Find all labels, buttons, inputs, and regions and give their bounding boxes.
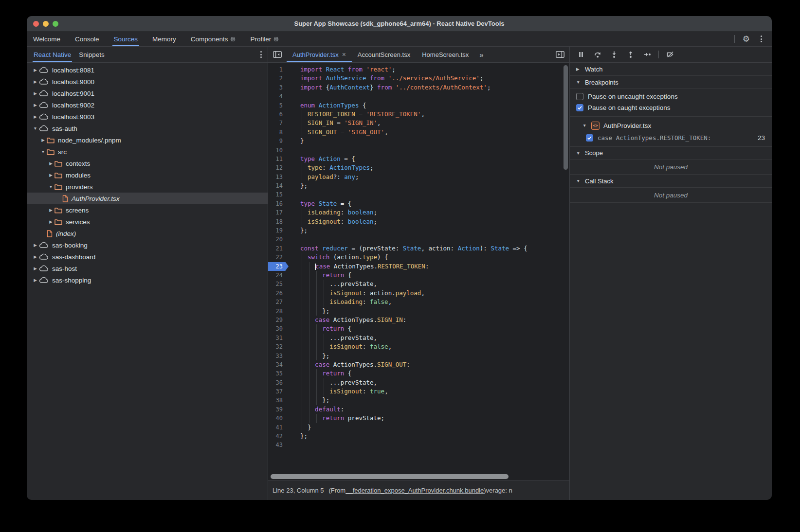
pause-caught-checkbox[interactable] (576, 104, 583, 111)
code-line[interactable]: 4 (268, 92, 569, 101)
line-number[interactable]: 33 (268, 352, 289, 360)
call-stack-section-header[interactable]: ▼ Call Stack (570, 175, 772, 188)
chevron-right-icon[interactable]: ▶ (32, 254, 39, 259)
line-number[interactable]: 39 (268, 405, 289, 414)
line-number[interactable]: 36 (268, 378, 289, 387)
watch-section-header[interactable]: ▶ Watch (570, 63, 772, 76)
chevron-right-icon[interactable]: ▶ (39, 138, 47, 142)
line-number[interactable]: 16 (268, 199, 289, 208)
code-line[interactable]: 19}; (268, 226, 569, 235)
code-line[interactable]: 6 RESTORE_TOKEN = 'RESTORE_TOKEN', (268, 110, 569, 119)
chevron-right-icon[interactable]: ▶ (32, 278, 39, 283)
code-line[interactable]: 10 (268, 146, 569, 155)
tree-item-screens[interactable]: ▶screens (27, 204, 268, 216)
editor-tab-homescreen.tsx[interactable]: HomeScreen.tsx (416, 47, 474, 62)
chevron-down-icon[interactable]: ▼ (39, 149, 47, 154)
code-line[interactable]: 21const reducer = (prevState: State, act… (268, 244, 569, 253)
pause-uncaught-checkbox[interactable] (576, 93, 583, 100)
line-number[interactable]: 9 (268, 137, 289, 145)
line-number[interactable]: 8 (268, 128, 289, 137)
line-number[interactable]: 34 (268, 360, 289, 369)
line-number[interactable]: 30 (268, 324, 289, 333)
chevron-right-icon[interactable]: ▶ (47, 219, 55, 224)
tree-item-localhost-8081[interactable]: ▶localhost:8081 (27, 64, 268, 76)
code-line[interactable]: 38 }; (268, 396, 569, 405)
chevron-right-icon[interactable]: ▶ (32, 114, 39, 119)
tree-item-localhost-9002[interactable]: ▶localhost:9002 (27, 99, 268, 111)
line-number[interactable]: 32 (268, 342, 289, 351)
tab-welcome[interactable]: Welcome (32, 32, 62, 46)
line-number[interactable]: 43 (268, 441, 289, 449)
tab-snippets[interactable]: Snippets (78, 47, 106, 62)
code-line[interactable]: 25 ...prevState, (268, 280, 569, 288)
code-line[interactable]: 23 case ActionTypes.RESTORE_TOKEN: (268, 262, 569, 271)
breakpoint-badge[interactable]: 23 (268, 262, 289, 271)
line-number[interactable]: 35 (268, 369, 289, 378)
line-number[interactable]: 31 (268, 334, 289, 342)
code-line[interactable]: 9} (268, 137, 569, 145)
code-line[interactable]: 12 type: ActionTypes; (268, 163, 569, 172)
chevron-down-icon[interactable]: ▼ (32, 126, 39, 131)
code-line[interactable]: 20 (268, 235, 569, 244)
horizontal-scrollbar[interactable] (271, 474, 509, 479)
code-line[interactable]: 7 SIGN_IN = 'SIGN_IN', (268, 119, 569, 127)
chevron-right-icon[interactable]: ▶ (32, 79, 39, 84)
chevron-right-icon[interactable]: ▶ (47, 173, 55, 177)
tree-item-localhost-9000[interactable]: ▶localhost:9000 (27, 76, 268, 88)
pause-icon[interactable] (576, 49, 586, 60)
tab-components[interactable]: Components (189, 32, 237, 46)
line-number[interactable]: 17 (268, 208, 289, 217)
tree-item-services[interactable]: ▶services (27, 216, 268, 228)
code-line[interactable]: 40 return prevState; (268, 414, 569, 423)
close-button[interactable] (33, 21, 39, 27)
line-number[interactable]: 19 (268, 226, 289, 235)
toggle-debugger-icon[interactable] (551, 47, 569, 62)
code-line[interactable]: 39 default: (268, 405, 569, 414)
breakpoint-checkbox[interactable] (586, 134, 593, 142)
code-line[interactable]: 18 isSignout: boolean; (268, 217, 569, 226)
line-number[interactable]: 11 (268, 155, 289, 163)
line-number[interactable]: 2 (268, 74, 289, 83)
kebab-menu-icon[interactable] (758, 34, 765, 44)
code-line[interactable]: 31 ...prevState, (268, 334, 569, 342)
line-number[interactable]: 42 (268, 432, 289, 441)
code-line[interactable]: 32 isSignout: false, (268, 342, 569, 351)
line-number[interactable]: 1 (268, 65, 289, 74)
tree-item-sas-dashboard[interactable]: ▶sas-dashboard (27, 251, 268, 263)
tab-sources[interactable]: Sources (112, 32, 140, 46)
tree-item-sas-auth[interactable]: ▼sas-auth (27, 123, 268, 134)
editor-tab-authprovider.tsx[interactable]: AuthProvider.tsx× (287, 47, 352, 62)
deactivate-breakpoints-icon[interactable] (665, 49, 675, 60)
vertical-scrollbar[interactable] (564, 65, 568, 170)
breakpoints-section-header[interactable]: ▼ Breakpoints (570, 76, 772, 89)
line-number[interactable]: 27 (268, 298, 289, 306)
code-line[interactable]: 29 case ActionTypes.SIGN_IN: (268, 316, 569, 324)
zoom-button[interactable] (53, 21, 58, 27)
tab-react-native[interactable]: React Native (33, 47, 72, 62)
code-line[interactable]: 17 isLoading: boolean; (268, 208, 569, 217)
code-line[interactable]: 13 payload?: any; (268, 173, 569, 181)
chevron-right-icon[interactable]: ▶ (47, 161, 55, 166)
more-tabs-chevron-icon[interactable]: » (474, 47, 487, 62)
tree-item-localhost-9003[interactable]: ▶localhost:9003 (27, 111, 268, 123)
line-number[interactable]: 5 (268, 101, 289, 110)
step-into-icon[interactable] (609, 49, 619, 60)
code-line[interactable]: 22 switch (action.type) { (268, 253, 569, 262)
step-icon[interactable] (642, 49, 653, 60)
line-number[interactable]: 4 (268, 92, 289, 101)
step-out-icon[interactable] (625, 49, 636, 60)
chevron-down-icon[interactable]: ▼ (47, 184, 55, 189)
line-number[interactable]: 37 (268, 387, 289, 396)
code-line[interactable]: 24 return { (268, 271, 569, 280)
line-number[interactable]: 20 (268, 235, 289, 244)
code-line[interactable]: 36 ...prevState, (268, 378, 569, 387)
code-line[interactable]: 15 (268, 190, 569, 199)
tree-item-providers[interactable]: ▼providers (27, 181, 268, 193)
chevron-right-icon[interactable]: ▶ (32, 91, 39, 96)
line-number[interactable]: 3 (268, 83, 289, 92)
line-number[interactable]: 22 (268, 253, 289, 262)
line-number[interactable]: 7 (268, 119, 289, 127)
code-line[interactable]: 28 }; (268, 307, 569, 316)
chevron-right-icon[interactable]: ▶ (47, 208, 55, 213)
code-line[interactable]: 34 case ActionTypes.SIGN_OUT: (268, 360, 569, 369)
